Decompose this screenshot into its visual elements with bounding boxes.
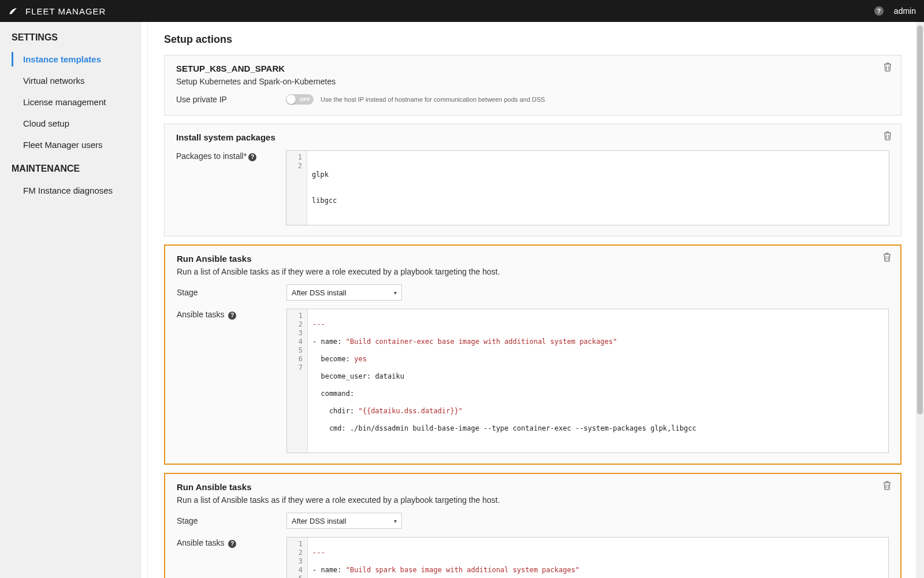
help-icon[interactable]: ? — [248, 153, 256, 161]
stage-value: After DSS install — [292, 288, 346, 297]
packages-label: Packages to install*? — [176, 150, 286, 161]
chevron-down-icon: ▾ — [394, 518, 397, 524]
private-ip-toggle[interactable]: OFF — [286, 94, 314, 105]
private-ip-hint: Use the host IP instead of hostname for … — [321, 96, 545, 103]
action-card-syspkg: Install system packages Packages to inst… — [164, 124, 901, 236]
scrollbar-thumb[interactable] — [917, 25, 923, 414]
editor-gutter: 12 — [286, 151, 307, 225]
sidebar-item-cloud-setup[interactable]: Cloud setup — [0, 113, 141, 134]
delete-action-icon[interactable] — [884, 131, 892, 142]
sidebar-section-maintenance: MAINTENANCE — [0, 164, 141, 180]
sidebar-item-fm-instance-diagnoses[interactable]: FM Instance diagnoses — [0, 180, 141, 201]
help-icon[interactable]: ? — [228, 540, 236, 548]
toggle-state-label: OFF — [300, 97, 310, 102]
topbar: FLEET MANAGER ? admin — [0, 0, 924, 22]
ansible-editor[interactable]: 1234567 --- - name: "Build spark base im… — [286, 537, 889, 578]
ansible-tasks-label: Ansible tasks ? — [177, 537, 286, 548]
stage-ic: After DSS install — [292, 517, 346, 525]
sidebar-item-license-management[interactable]: License management — [0, 91, 141, 113]
stage-select[interactable]: After DSS install ▾ — [286, 284, 402, 301]
action-title: Run Ansible tasks — [177, 254, 889, 264]
sidebar-item-instance-templates[interactable]: Instance templates — [0, 49, 141, 70]
page-title: Setup actions — [164, 34, 901, 46]
ansible-tasks-label: Ansible tasks ? — [177, 309, 286, 320]
delete-action-icon[interactable] — [884, 62, 892, 73]
action-card-k8s: SETUP_K8S_AND_SPARK Setup Kubernetes and… — [164, 55, 901, 116]
stage-select[interactable]: After DSS install ▾ — [286, 513, 402, 529]
help-icon[interactable]: ? — [874, 6, 884, 16]
stage-label: Stage — [177, 288, 286, 297]
editor-gutter: 1234567 — [287, 538, 308, 578]
topbar-right: ? admin — [874, 6, 916, 16]
stage-label: Stage — [177, 516, 286, 525]
action-title: Install system packages — [176, 132, 889, 142]
sidebar-item-fleet-manager-users[interactable]: Fleet Manager users — [0, 134, 141, 155]
delete-action-icon[interactable] — [883, 481, 891, 492]
action-subtitle: Setup Kubernetes and Spark-on-Kubernetes — [176, 77, 889, 86]
private-ip-label: Use private IP — [176, 95, 286, 104]
sidebar-section-settings: SETTINGS — [0, 32, 141, 49]
packages-editor[interactable]: 12 glpk libgcc — [286, 150, 889, 225]
action-title: Run Ansible tasks — [177, 482, 889, 492]
current-user[interactable]: admin — [894, 6, 916, 16]
action-card-ansible-2: Run Ansible tasks Run a list of Ansible … — [164, 473, 901, 578]
action-title: SETUP_K8S_AND_SPARK — [176, 64, 889, 73]
ansible-editor[interactable]: 1234567 --- - name: "Build container-exe… — [286, 309, 889, 453]
chevron-down-icon: ▾ — [394, 290, 397, 296]
action-card-ansible-1: Run Ansible tasks Run a list of Ansible … — [164, 244, 901, 465]
sidebar-item-virtual-networks[interactable]: Virtual networks — [0, 70, 141, 91]
delete-action-icon[interactable] — [883, 253, 891, 264]
scrollbar[interactable] — [916, 22, 924, 578]
app-title: FLEET MANAGER — [25, 6, 106, 16]
sidebar: SETTINGS Instance templates Virtual netw… — [0, 22, 141, 578]
app-logo-icon — [8, 6, 18, 16]
editor-gutter: 1234567 — [287, 309, 308, 453]
action-subtitle: Run a list of Ansible tasks as if they w… — [177, 495, 889, 505]
help-icon[interactable]: ? — [228, 312, 236, 320]
main-content: Setup actions SETUP_K8S_AND_SPARK Setup … — [141, 22, 924, 578]
topbar-left: FLEET MANAGER — [8, 6, 106, 16]
action-subtitle: Run a list of Ansible tasks as if they w… — [177, 267, 889, 276]
